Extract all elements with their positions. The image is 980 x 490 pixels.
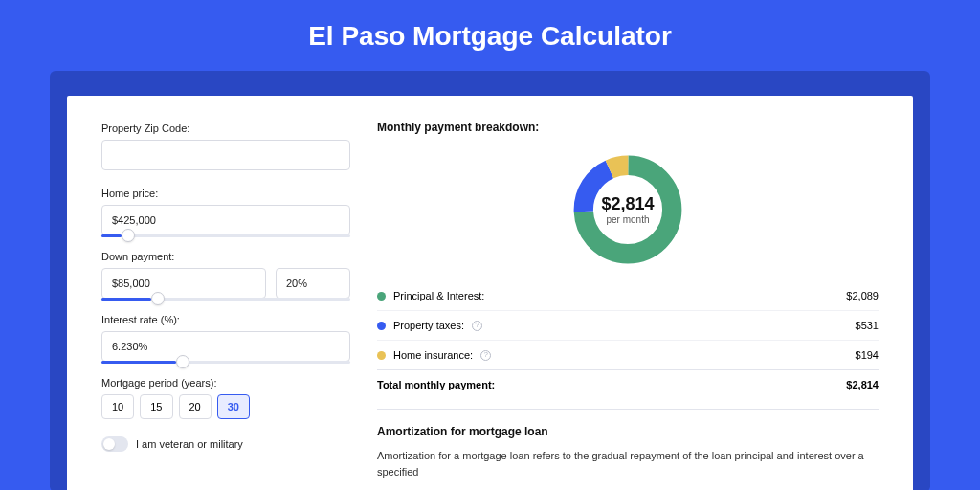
veteran-label: I am veteran or military (136, 438, 243, 450)
down-amount-input[interactable] (101, 268, 266, 299)
period-20-button[interactable]: 20 (179, 394, 212, 419)
breakdown-total-label: Total monthly payment: (377, 379, 495, 390)
rate-input[interactable] (101, 331, 350, 362)
dot-icon (377, 322, 386, 330)
breakdown-label: Property taxes: (393, 320, 464, 331)
down-slider[interactable] (101, 298, 350, 301)
page-title: El Paso Mortgage Calculator (0, 0, 980, 71)
veteran-toggle[interactable] (101, 436, 128, 452)
zip-label: Property Zip Code: (101, 122, 350, 134)
veteran-row: I am veteran or military (101, 436, 350, 452)
breakdown-row-principal: Principal & Interest: $2,089 (377, 281, 879, 310)
rate-label: Interest rate (%): (101, 314, 350, 325)
breakdown-panel: Monthly payment breakdown: $2,814 per mo… (350, 121, 879, 490)
breakdown-value: $194 (856, 349, 879, 361)
breakdown-value: $531 (856, 320, 879, 331)
period-30-button[interactable]: 30 (217, 394, 250, 419)
period-label: Mortgage period (years): (101, 377, 350, 389)
card-shadow: Property Zip Code: Home price: Down paym… (50, 71, 930, 490)
donut-center: $2,814 per month (601, 194, 654, 225)
donut-sub: per month (601, 214, 654, 225)
period-buttons: 10 15 20 30 (101, 394, 350, 419)
period-15-button[interactable]: 15 (140, 394, 172, 419)
donut-chart: $2,814 per month (377, 138, 879, 281)
down-label: Down payment: (101, 251, 350, 262)
dot-icon (377, 351, 386, 360)
down-pct-input[interactable] (276, 268, 350, 299)
rate-slider-thumb[interactable] (176, 355, 189, 368)
down-slider-fill (101, 298, 151, 301)
amortization-text: Amortization for a mortgage loan refers … (377, 448, 879, 479)
price-slider-fill (101, 234, 122, 237)
zip-input[interactable] (101, 140, 350, 170)
breakdown-value: $2,089 (846, 290, 879, 301)
breakdown-label: Home insurance: (393, 349, 473, 361)
breakdown-row-taxes: Property taxes: ? $531 (377, 310, 879, 340)
breakdown-row-total: Total monthly payment: $2,814 (377, 369, 879, 399)
breakdown-label: Principal & Interest: (393, 290, 484, 301)
breakdown-row-insurance: Home insurance: ? $194 (377, 340, 879, 369)
down-slider-thumb[interactable] (151, 292, 165, 305)
donut-amount: $2,814 (601, 194, 654, 214)
price-slider[interactable] (101, 234, 350, 237)
info-icon[interactable]: ? (472, 321, 482, 331)
price-label: Home price: (101, 188, 350, 199)
toggle-knob (103, 438, 115, 450)
amortization-heading: Amortization for mortgage loan (377, 425, 879, 438)
breakdown-total-value: $2,814 (846, 379, 879, 390)
amortization-section: Amortization for mortgage loan Amortizat… (377, 409, 879, 479)
rate-slider-fill (101, 361, 176, 364)
dot-icon (377, 292, 386, 301)
period-10-button[interactable]: 10 (101, 394, 134, 419)
calculator-card: Property Zip Code: Home price: Down paym… (67, 96, 913, 490)
price-slider-thumb[interactable] (122, 229, 135, 242)
form-panel: Property Zip Code: Home price: Down paym… (101, 121, 350, 490)
info-icon[interactable]: ? (480, 350, 491, 361)
rate-slider[interactable] (101, 361, 350, 364)
price-input[interactable] (101, 205, 350, 235)
breakdown-heading: Monthly payment breakdown: (377, 121, 879, 134)
